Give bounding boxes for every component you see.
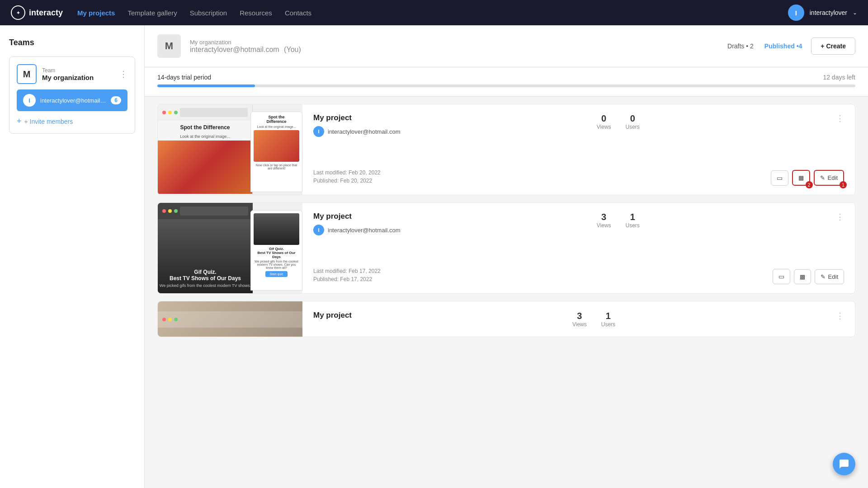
project-meta-2: Last modified: Feb 17, 2022 Published: F… [313, 268, 381, 284]
open-button-2[interactable]: ▭ [773, 269, 790, 284]
team-avatar: M [17, 64, 37, 84]
stats-icon-1: ▩ [798, 174, 804, 181]
author-email-1: interactylover@hotmail.com [328, 128, 401, 135]
open-icon-1: ▭ [777, 174, 783, 182]
published-2: Published: Feb 17, 2022 [313, 276, 381, 282]
nav-subscription[interactable]: Subscription [190, 9, 227, 17]
brand: ✦ interacty [11, 5, 63, 20]
invite-plus-icon: + [17, 117, 22, 126]
trial-progress-bg [157, 84, 855, 87]
dot-red [162, 111, 166, 114]
team-card: M Team My organization ⋮ I interactylove… [9, 56, 135, 134]
published-stat[interactable]: Published •4 [764, 42, 802, 50]
stats-icon-2: ▩ [800, 273, 805, 280]
org-header: M My organization interactylover@hotmail… [145, 25, 868, 67]
published-1: Published: Feb 20, 2022 [313, 178, 381, 184]
project-info-1: My project I interactylover@hotmail.com … [302, 104, 855, 195]
users-stat-3: 1 Users [601, 311, 615, 328]
author-avatar-1: I [313, 126, 324, 137]
project-menu-icon-2[interactable]: ⋮ [836, 212, 844, 222]
views-label-2: Views [597, 222, 611, 229]
team-label: Team [42, 67, 94, 74]
team-menu-icon[interactable]: ⋮ [119, 69, 127, 79]
project-actions-1: ▭ ▩ 2 ✎ Edit [771, 170, 844, 186]
drafts-stat: Drafts • 2 [727, 42, 754, 50]
sidebar: Teams M Team My organization ⋮ I interac… [0, 25, 145, 488]
edit-label-2: Edit [828, 273, 838, 280]
nav-contacts[interactable]: Contacts [285, 9, 311, 17]
edit-badge-1: 1 [840, 181, 847, 188]
project-menu-icon-3[interactable]: ⋮ [836, 311, 844, 321]
trial-progress-fill [157, 84, 255, 87]
author-email-2: interactylover@hotmail.com [328, 227, 401, 234]
views-stat-3: 3 Views [572, 311, 587, 328]
users-stat-2: 1 Users [626, 212, 640, 229]
project-card-2: Gif Quiz.Best TV Shows of Our Days We pi… [157, 202, 855, 294]
project-top-3: My project 3 Views 1 Users [313, 311, 844, 328]
trial-days: 12 days left [823, 74, 855, 81]
team-name: My organization [42, 74, 94, 81]
member-row[interactable]: I interactylover@hotmail.com... 6 [17, 89, 127, 111]
dot-green-2 [174, 209, 178, 213]
project-bottom-1: Last modified: Feb 20, 2022 Published: F… [313, 169, 844, 186]
dot-green [174, 111, 178, 114]
team-info: M Team My organization [17, 64, 94, 84]
edit-icon-2: ✎ [821, 273, 826, 280]
nav-template-gallery[interactable]: Template gallery [127, 9, 177, 17]
org-you-label: (You) [284, 46, 301, 53]
project-top-2: My project I interactylover@hotmail.com … [313, 212, 844, 235]
project-title-3: My project [313, 311, 352, 320]
edit-button-2[interactable]: ✎ Edit [815, 269, 844, 284]
chevron-down-icon: ⌄ [853, 9, 857, 16]
nav-my-projects[interactable]: My projects [77, 9, 115, 17]
open-button-1[interactable]: ▭ [771, 170, 788, 186]
project-stats-3: 3 Views 1 Users [572, 311, 615, 328]
project-bottom-2: Last modified: Feb 17, 2022 Published: F… [313, 268, 844, 284]
org-stats: Drafts • 2 Published •4 [727, 42, 802, 50]
project-top-1: My project I interactylover@hotmail.com … [313, 113, 844, 137]
user-avatar: I [788, 5, 804, 21]
org-email: interactylover@hotmail.com (You) [190, 46, 718, 54]
project-author-2: I interactylover@hotmail.com [313, 225, 401, 235]
views-label-3: Views [572, 321, 587, 328]
trial-bar: 14-days trial period 12 days left [145, 67, 868, 97]
org-avatar: M [157, 34, 181, 58]
dot-yellow [168, 111, 172, 114]
edit-label-1: Edit [828, 174, 838, 181]
member-avatar: I [23, 94, 36, 107]
users-count-3: 1 [601, 311, 615, 321]
invite-label: + Invite members [24, 118, 73, 125]
project-card: Spot the Difference Look at the original… [157, 104, 855, 195]
member-email: interactylover@hotmail.com... [40, 97, 106, 104]
project-actions-2: ▭ ▩ ✎ Edit [773, 269, 844, 284]
stats-btn-wrapper-1: ▩ 2 [792, 170, 810, 186]
create-button[interactable]: + Create [811, 38, 855, 55]
users-stat-1: 0 Users [626, 113, 640, 130]
users-count-1: 0 [626, 113, 640, 124]
stats-button-2[interactable]: ▩ [794, 269, 811, 284]
user-name[interactable]: interactylover [810, 9, 847, 16]
nav-resources[interactable]: Resources [240, 9, 272, 17]
project-thumbnail-1: Spot the Difference Look at the original… [158, 104, 302, 195]
main-layout: Teams M Team My organization ⋮ I interac… [0, 25, 868, 488]
views-count-2: 3 [597, 212, 611, 222]
project-title-1: My project [313, 113, 401, 122]
chat-bubble[interactable] [833, 453, 855, 475]
views-label-1: Views [597, 124, 611, 130]
sidebar-title: Teams [9, 38, 135, 47]
dot-yellow-3 [168, 318, 172, 321]
project-menu-icon-1[interactable]: ⋮ [836, 113, 844, 123]
org-info: My organization interactylover@hotmail.c… [190, 39, 718, 54]
url-bar [180, 108, 248, 117]
dot-yellow-2 [168, 209, 172, 213]
content-area: M My organization interactylover@hotmail… [145, 25, 868, 488]
edit-btn-wrapper-1: ✎ Edit 1 [814, 170, 844, 186]
navbar: ✦ interacty My projects Template gallery… [0, 0, 868, 25]
users-label-1: Users [626, 124, 640, 130]
project-author-1: I interactylover@hotmail.com [313, 126, 401, 137]
invite-members-button[interactable]: + + Invite members [17, 117, 73, 126]
trial-label: 14-days trial period [157, 74, 211, 81]
project-info-2: My project I interactylover@hotmail.com … [302, 203, 855, 293]
org-name: My organization [190, 39, 718, 46]
project-stats-2: 3 Views 1 Users [597, 212, 640, 229]
